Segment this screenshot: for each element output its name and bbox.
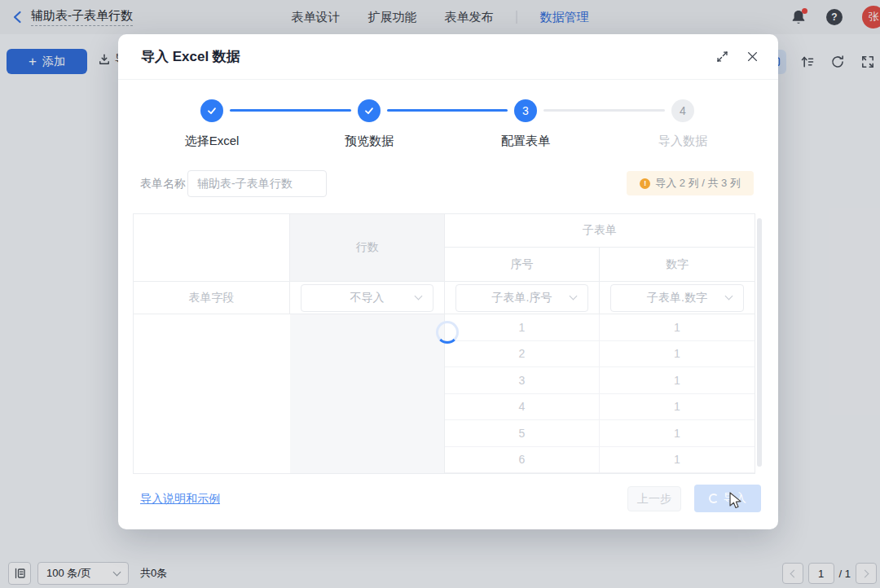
table-cell: 1	[600, 341, 755, 368]
button-loading-spinner-icon	[709, 494, 719, 503]
loading-spinner	[436, 321, 459, 344]
import-columns-text: 导入 2 列 / 共 3 列	[655, 176, 741, 191]
table-body-skipped-column	[290, 314, 445, 473]
modal-title: 导入 Excel 数据	[141, 47, 240, 66]
form-name-label: 表单名称	[140, 170, 186, 197]
field-select-number[interactable]: 子表单.数字	[610, 284, 744, 312]
table-cell: 1	[600, 420, 755, 447]
chevron-down-icon	[725, 292, 733, 300]
table-scrollbar[interactable]	[757, 218, 762, 467]
step-1-label: 选择Excel	[155, 134, 269, 149]
import-button[interactable]: 导入	[694, 485, 761, 512]
field-map-cell: 子表单.数字	[600, 282, 755, 314]
column-header-number: 数字	[600, 248, 755, 282]
step-2-circle	[358, 99, 381, 122]
step-4-circle: 4	[671, 99, 694, 122]
table-cell: 1	[600, 367, 755, 394]
import-button-label: 导入	[724, 491, 746, 506]
prev-step-button[interactable]: 上一步	[627, 486, 681, 511]
step-connector-1	[230, 109, 351, 112]
table-cell: 3	[445, 367, 600, 394]
table-body-blank-column	[134, 314, 290, 473]
step-connector-3	[543, 109, 665, 112]
check-icon	[363, 105, 375, 116]
step-connector-2	[387, 109, 508, 112]
mapping-table: 行数 子表单 序号 数字 表单字段 不导入 子表单.序号 子表单.数字 1 1	[133, 213, 755, 474]
import-columns-badge: ! 导入 2 列 / 共 3 列	[627, 171, 754, 195]
form-name-input[interactable]: 辅助表-子表单行数	[187, 170, 327, 197]
table-cell: 1	[445, 314, 600, 341]
field-select-rowcount[interactable]: 不导入	[301, 284, 433, 312]
step-4-label: 导入数据	[626, 134, 740, 149]
close-icon	[746, 50, 759, 63]
expand-button[interactable]	[716, 50, 728, 63]
column-header-rowcount: 行数	[290, 214, 445, 282]
step-3-circle: 3	[514, 99, 537, 122]
column-group-header: 子表单	[445, 214, 755, 248]
table-cell: 1	[600, 314, 755, 341]
close-button[interactable]	[746, 50, 759, 63]
expand-icon	[716, 50, 728, 63]
table-corner-cell	[134, 214, 290, 282]
import-excel-modal: 导入 Excel 数据 3 4 选择Excel 预览数据 配置表单 导入数据 表…	[118, 34, 778, 529]
step-2-label: 预览数据	[312, 134, 426, 149]
field-select-value: 子表单.序号	[492, 291, 552, 305]
field-map-cell: 子表单.序号	[445, 282, 600, 314]
check-icon	[206, 105, 218, 116]
field-row-label: 表单字段	[134, 282, 290, 314]
column-header-seq: 序号	[445, 248, 600, 282]
chevron-down-icon	[415, 292, 423, 300]
warning-dot-icon: !	[640, 178, 650, 189]
field-map-cell: 不导入	[290, 282, 445, 314]
step-3-label: 配置表单	[469, 134, 583, 149]
table-cell: 1	[600, 447, 755, 474]
table-cell: 1	[600, 394, 755, 421]
modal-header: 导入 Excel 数据	[118, 34, 778, 80]
chevron-down-icon	[570, 292, 578, 300]
field-select-value: 子表单.数字	[647, 291, 707, 305]
step-1-circle	[200, 99, 223, 122]
table-cell: 5	[445, 420, 600, 447]
field-select-seq[interactable]: 子表单.序号	[455, 284, 588, 312]
table-cell: 2	[445, 341, 600, 368]
table-cell: 4	[445, 394, 600, 421]
field-select-value: 不导入	[350, 291, 385, 305]
help-link[interactable]: 导入说明和示例	[140, 492, 220, 507]
table-cell: 6	[445, 447, 600, 474]
